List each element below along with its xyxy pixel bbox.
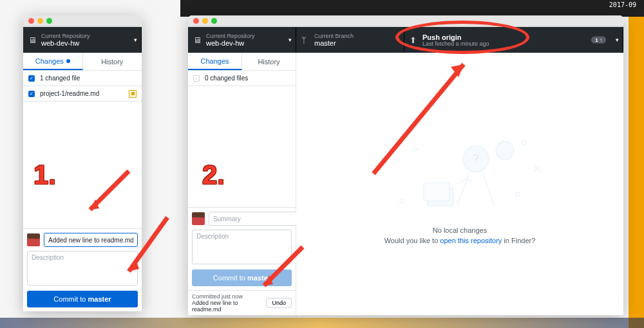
main-pane: ? No local changes Would you like to ope…: [296, 53, 623, 315]
tab-history[interactable]: History: [83, 53, 142, 70]
empty-title: No local changes: [433, 226, 487, 234]
empty-prompt: Would you like to open this repository i…: [384, 237, 536, 244]
close-icon[interactable]: [28, 18, 34, 24]
commit-button[interactable]: Commit to master: [192, 269, 292, 286]
summary-input[interactable]: [209, 212, 299, 226]
commit-box: Commit to master: [23, 228, 142, 311]
commit-box: Commit to master: [188, 207, 296, 290]
tabs: Changes History: [188, 53, 296, 71]
undo-button[interactable]: Undo: [266, 298, 292, 308]
push-subtitle: Last fetched a minute ago: [422, 41, 616, 47]
tab-history-label: History: [258, 58, 279, 66]
repo-label: Current Repository: [206, 33, 289, 39]
svg-point-1: [522, 141, 526, 145]
window-1: 🖥 Current Repository web-dev-hw ▾ Change…: [23, 15, 142, 311]
file-list: ✓ 0 changed files: [188, 71, 296, 207]
file-list-header: ✓ 0 changed files: [188, 71, 296, 86]
commit-toast: Committed just now Added new line to rea…: [188, 290, 296, 315]
empty-illustration: ?: [376, 123, 544, 220]
chevron-down-icon: ▾: [397, 37, 400, 43]
commit-button[interactable]: Commit to master: [27, 291, 138, 307]
chevron-down-icon: ▾: [289, 37, 292, 43]
desktop-icon: 🖥: [28, 35, 37, 45]
select-all-checkbox[interactable]: ✓: [28, 75, 35, 82]
svg-point-2: [516, 192, 520, 196]
toolbar: 🖥 Current Repository web-dev-hw ▾ ᛘ Curr…: [188, 27, 623, 53]
minimize-icon[interactable]: [37, 18, 43, 24]
tab-history-label: History: [101, 58, 123, 66]
toast-msg: Added new line to readme.md: [192, 300, 266, 313]
repo-selector[interactable]: 🖥 Current Repository web-dev-hw ▾: [23, 27, 142, 53]
file-checkbox[interactable]: ✓: [28, 91, 35, 97]
changed-count: 0 changed files: [205, 75, 290, 82]
tab-changes-label: Changes: [200, 57, 229, 65]
modified-icon: [129, 90, 137, 98]
changes-dot-icon: [66, 59, 70, 63]
commit-btn-branch: master: [247, 274, 270, 282]
commit-btn-prefix: Commit to: [53, 295, 88, 303]
page-timestamp: 2017-09: [609, 1, 636, 8]
zoom-icon[interactable]: [211, 18, 217, 24]
open-repo-link[interactable]: open this repository: [440, 237, 502, 244]
svg-line-9: [482, 171, 495, 206]
svg-rect-8: [424, 183, 450, 201]
svg-point-6: [496, 141, 514, 159]
sidebar: Changes History ✓ 0 changed files: [188, 53, 296, 315]
changed-count: 1 changed file: [40, 75, 137, 82]
repo-value: web-dev-hw: [41, 39, 135, 47]
commit-btn-prefix: Commit to: [213, 274, 247, 282]
tab-changes[interactable]: Changes: [23, 53, 83, 70]
window-2: 🖥 Current Repository web-dev-hw ▾ ᛘ Curr…: [188, 15, 623, 315]
repo-label: Current Repository: [41, 33, 135, 39]
repo-selector[interactable]: 🖥 Current Repository web-dev-hw ▾: [188, 27, 296, 53]
file-name: project-1/readme.md: [40, 90, 129, 97]
select-all-checkbox[interactable]: ✓: [193, 75, 200, 82]
branch-value: master: [314, 39, 397, 47]
zoom-icon[interactable]: [46, 18, 52, 24]
minimize-icon[interactable]: [202, 18, 208, 24]
file-list-header: ✓ 1 changed file: [23, 71, 142, 86]
push-title: Push origin: [422, 33, 616, 41]
tab-history[interactable]: History: [242, 53, 296, 70]
repo-value: web-dev-hw: [206, 39, 289, 47]
toast-title: Committed just now: [192, 293, 266, 300]
upload-icon: ⬆: [410, 35, 417, 45]
svg-point-3: [400, 199, 404, 203]
titlebar: [188, 15, 623, 27]
avatar: [192, 212, 205, 225]
toolbar: 🖥 Current Repository web-dev-hw ▾: [23, 27, 142, 53]
file-list: ✓ 1 changed file ✓ project-1/readme.md: [23, 71, 142, 228]
branch-icon: ᛘ: [301, 35, 307, 45]
commit-btn-branch: master: [88, 295, 111, 303]
tab-changes-label: Changes: [35, 57, 64, 65]
svg-text:?: ?: [473, 153, 479, 164]
chevron-down-icon: ▾: [134, 37, 137, 43]
chevron-down-icon: ▾: [616, 37, 619, 43]
close-icon[interactable]: [193, 18, 199, 24]
branch-label: Current Branch: [314, 33, 397, 39]
avatar: [27, 233, 40, 246]
titlebar: [23, 15, 142, 27]
tab-changes[interactable]: Changes: [188, 53, 242, 70]
desktop-icon: 🖥: [193, 35, 202, 45]
description-input[interactable]: [27, 251, 138, 286]
svg-line-10: [457, 171, 470, 206]
file-row[interactable]: ✓ project-1/readme.md: [23, 86, 142, 102]
push-count-badge: 1 ↑: [591, 37, 606, 44]
svg-point-0: [413, 147, 417, 151]
push-origin-button[interactable]: ⬆ Push origin Last fetched a minute ago …: [404, 27, 623, 53]
description-input[interactable]: [192, 230, 292, 264]
summary-input[interactable]: [44, 233, 138, 247]
branch-selector[interactable]: ᛘ Current Branch master ▾: [296, 27, 404, 53]
tabs: Changes History: [23, 53, 142, 71]
